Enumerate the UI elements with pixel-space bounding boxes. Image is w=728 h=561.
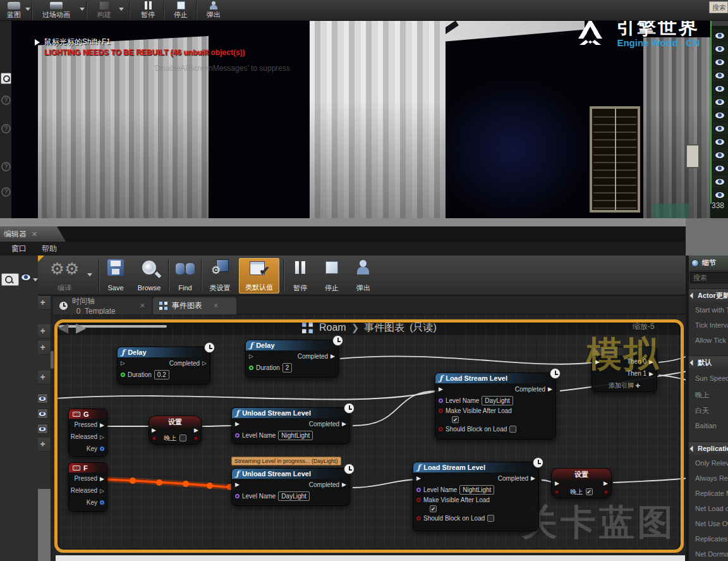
- details-search-input[interactable]: [690, 272, 728, 283]
- section-actor-tick[interactable]: Actor更新: [689, 288, 728, 302]
- pressed-out-pin[interactable]: [100, 476, 104, 482]
- find-button[interactable]: Find: [171, 258, 200, 293]
- class-settings-button[interactable]: ⚙ 类设置: [203, 258, 236, 293]
- node-input-key-g[interactable]: G Pressed Released Key: [68, 409, 107, 457]
- variable-visibility-toggle[interactable]: [37, 393, 48, 404]
- tab-timeline-template[interactable]: 时间轴_0_Template ✕: [53, 297, 152, 314]
- stop-button[interactable]: 停止: [167, 0, 195, 21]
- level-viewport[interactable]: 鼠标光标的Shift+F1 LIGHTING NEEDS TO BE REBUI…: [11, 21, 710, 218]
- outliner-row[interactable]: [712, 135, 728, 148]
- outliner-row[interactable]: [712, 96, 728, 108]
- visibility-eye-icon[interactable]: [715, 179, 724, 185]
- cinematics-dropdown-icon[interactable]: [80, 8, 85, 11]
- make-visible-pin[interactable]: [416, 498, 421, 502]
- visibility-eye-icon[interactable]: [715, 113, 724, 118]
- key-pin[interactable]: [100, 447, 104, 451]
- node-load-stream-level-night[interactable]: Load Stream Level Completed Level NameNi…: [413, 462, 539, 531]
- pressed-out-pin[interactable]: [100, 422, 104, 428]
- outliner-row[interactable]: [712, 188, 728, 201]
- released-out-pin[interactable]: [100, 488, 104, 494]
- cinematics-button[interactable]: 过场动画: [35, 0, 77, 21]
- node-set-night-1[interactable]: 设置 晚上: [149, 416, 202, 445]
- exec-out-pin[interactable]: [194, 427, 198, 433]
- completed-out-pin[interactable]: [342, 481, 346, 488]
- outliner-row[interactable]: [712, 149, 728, 161]
- outliner-row[interactable]: [712, 175, 728, 188]
- build-button[interactable]: 构建: [90, 0, 119, 21]
- node-unload-stream-level-day[interactable]: Unload Stream Level Completed Level Name…: [231, 468, 350, 506]
- duration-pin[interactable]: [121, 373, 125, 377]
- visibility-eye-icon[interactable]: [715, 59, 724, 65]
- pause-button[interactable]: 暂停: [134, 0, 162, 21]
- property-row[interactable]: 晚上: [695, 390, 728, 400]
- block-on-load-checkbox[interactable]: [487, 515, 494, 522]
- node-unload-stream-level-night[interactable]: Unload Stream Level Completed Level Name…: [231, 407, 350, 444]
- visibility-eye-icon[interactable]: [715, 166, 724, 171]
- tab-details[interactable]: 细节: [689, 256, 728, 270]
- add-pin-button[interactable]: 添加引脚: [609, 381, 640, 390]
- level-name-pin[interactable]: [235, 433, 240, 438]
- exec-in-pin[interactable]: [235, 481, 240, 488]
- property-row[interactable]: Only Releva: [695, 459, 728, 467]
- visibility-eye-icon[interactable]: [715, 126, 724, 132]
- exec-in-pin[interactable]: [416, 475, 421, 481]
- help-icon[interactable]: [1, 124, 11, 133]
- property-row[interactable]: Tick Interva: [695, 321, 728, 329]
- bool-out-pin[interactable]: [604, 490, 608, 494]
- property-row[interactable]: Baitian: [695, 422, 728, 429]
- outliner-row[interactable]: [712, 109, 728, 121]
- level-name-pin[interactable]: [416, 488, 421, 492]
- visibility-eye-icon[interactable]: [715, 73, 724, 78]
- duration-pin[interactable]: [249, 366, 253, 370]
- bool-checkbox[interactable]: [586, 488, 593, 495]
- tab-event-graph[interactable]: 事件图表 ✕: [153, 297, 236, 314]
- level-name-value[interactable]: DayLight: [482, 396, 513, 405]
- visibility-filter-icon[interactable]: [21, 274, 30, 280]
- completed-out-pin[interactable]: [202, 360, 207, 366]
- compile-button[interactable]: ⚙⚙ 编译: [46, 258, 83, 293]
- outliner-row[interactable]: [712, 42, 728, 55]
- search-icon[interactable]: [1, 273, 19, 286]
- property-row[interactable]: Allow Tick: [695, 336, 728, 344]
- tab-level-blueprint-editor[interactable]: 编辑器✕: [0, 226, 66, 242]
- node-delay-1[interactable]: Delay Completed Duration0.2: [117, 347, 210, 385]
- graph-v-scrollbar[interactable]: [51, 351, 54, 369]
- completed-out-pin[interactable]: [531, 475, 535, 481]
- window-divider[interactable]: [0, 218, 728, 226]
- bool-checkbox[interactable]: [179, 435, 186, 441]
- graph-h-scrollbar[interactable]: [58, 325, 167, 328]
- completed-out-pin[interactable]: [331, 353, 335, 359]
- duration-value[interactable]: 2: [282, 363, 293, 373]
- property-row[interactable]: Net Load o: [695, 505, 728, 512]
- property-row[interactable]: Replicates: [695, 535, 728, 543]
- completed-out-pin[interactable]: [548, 386, 552, 392]
- help-icon[interactable]: [1, 187, 11, 197]
- make-visible-checkbox[interactable]: [452, 416, 459, 423]
- bool-in-pin[interactable]: [152, 436, 156, 440]
- outliner-row[interactable]: [712, 122, 728, 135]
- block-on-load-checkbox[interactable]: [509, 426, 516, 433]
- eject-button[interactable]: 弹出: [200, 0, 228, 21]
- property-row[interactable]: Always Rel: [695, 474, 728, 482]
- breadcrumb-page[interactable]: 事件图表: [364, 321, 404, 335]
- visibility-eye-icon[interactable]: [715, 192, 724, 198]
- section-replication[interactable]: Replication: [689, 441, 728, 455]
- browse-button[interactable]: Browse: [131, 258, 167, 293]
- level-name-pin[interactable]: [235, 494, 240, 498]
- exec-in-pin[interactable]: [555, 480, 559, 486]
- exec-in-pin[interactable]: [121, 360, 125, 366]
- save-button[interactable]: Save: [101, 258, 130, 293]
- add-icon[interactable]: [39, 327, 47, 335]
- blueprint-dropdown-icon[interactable]: [25, 8, 30, 11]
- close-icon[interactable]: ✕: [140, 302, 145, 310]
- eject-button[interactable]: 弹出: [349, 258, 378, 293]
- outliner-row[interactable]: [712, 29, 728, 42]
- class-defaults-button[interactable]: ✔ 类默认值: [239, 258, 279, 293]
- add-icon[interactable]: [39, 299, 47, 307]
- property-row[interactable]: Net Use Ow: [695, 520, 728, 527]
- nav-back-icon[interactable]: ◀: [58, 321, 68, 335]
- level-name-pin[interactable]: [439, 398, 443, 403]
- help-icon[interactable]: [1, 96, 11, 105]
- bool-in-pin[interactable]: [555, 490, 559, 494]
- add-icon[interactable]: [39, 343, 47, 352]
